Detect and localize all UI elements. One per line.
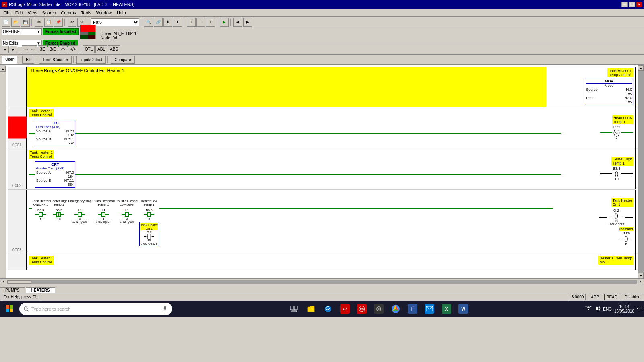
tab-heaters[interactable]: HEATERS	[26, 287, 55, 293]
app-icon: R	[2, 2, 7, 7]
restore-button[interactable]: ❐	[629, 2, 635, 7]
run-button[interactable]: ▶	[220, 18, 229, 27]
menu-tools[interactable]: Tools	[78, 10, 94, 16]
menu-window[interactable]: Window	[94, 10, 114, 16]
scroll-right-arrow[interactable]: ►	[638, 279, 644, 285]
grt-srca-row1: Source A N7:0	[36, 171, 74, 175]
menu-search[interactable]: Search	[39, 10, 58, 16]
menu-comms[interactable]: Comms	[58, 10, 78, 16]
tab-compare[interactable]: Compare	[111, 56, 134, 64]
close-button[interactable]: ✕	[636, 2, 642, 7]
language-display: ENG	[603, 307, 612, 311]
menu-edit[interactable]: Edit	[13, 10, 25, 16]
scroll-down-arrow[interactable]: ▼	[638, 273, 644, 278]
tab-pumps[interactable]: PUMPS	[0, 287, 25, 293]
network-svg-icon	[585, 306, 592, 311]
clock-display[interactable]: 16:14 16/05/2018	[614, 304, 634, 313]
horizontal-scrollbar[interactable]: ◄ ►	[0, 278, 644, 285]
zoom-in-button[interactable]: +	[187, 18, 196, 27]
coil-line-right	[621, 132, 633, 133]
nav-right-btn[interactable]: ►	[10, 46, 17, 53]
contact-no-btn[interactable]: ─┤├─	[22, 45, 37, 53]
find-button[interactable]: 🔍	[144, 18, 153, 27]
start-button[interactable]	[2, 302, 18, 316]
upload-button[interactable]: ⬆	[173, 18, 182, 27]
otl-btn[interactable]: OTL	[83, 45, 95, 53]
excel-button[interactable]: X	[438, 302, 454, 316]
position-display: 3:0000	[570, 294, 586, 300]
contact-3e-btn[interactable]: 3E	[38, 45, 47, 53]
network-icon[interactable]	[585, 306, 592, 312]
chrome-button[interactable]	[388, 302, 404, 316]
rslogix-button[interactable]: RS	[354, 302, 370, 316]
svg-point-17	[378, 308, 380, 310]
rung-0001: 0001 Tank Heater 1Temp Control LES Less …	[8, 107, 636, 148]
word-button[interactable]: W	[455, 302, 471, 316]
output2-bit: 6	[625, 242, 627, 246]
email-button[interactable]	[421, 302, 438, 316]
tab-timer-counter[interactable]: Timer/Counter	[39, 56, 72, 64]
output2-name: Indicator	[619, 227, 634, 231]
scroll-up-btn[interactable]: ▲	[0, 66, 6, 72]
banner-text: These Rungs Are ON/OFF Control For Heate…	[27, 67, 547, 107]
contact-2-name: Heater HighTemp 1	[50, 200, 68, 208]
svg-rect-24	[637, 306, 642, 311]
contact-6-name: Heater LowTemp 1	[141, 200, 157, 208]
line-mid-0002	[75, 174, 561, 175]
file-explorer-button[interactable]	[303, 302, 319, 316]
grt-srca-value: N7:0	[66, 171, 74, 175]
output-bit-0002: 10	[615, 177, 619, 181]
c1-line-r	[43, 214, 46, 215]
tab-input-output[interactable]: Input/Output	[76, 56, 106, 64]
tab-bit[interactable]: Bit	[22, 56, 34, 64]
les-srcb-row1: Source B N7:11	[36, 137, 74, 141]
abl-btn[interactable]: ABL	[95, 45, 107, 53]
les-srcb-row2: 55<	[36, 141, 74, 145]
vertical-scrollbar[interactable]: ▲ ▼	[638, 65, 644, 278]
nav-left[interactable]: ◀	[233, 18, 242, 27]
edge-browser-button[interactable]	[320, 302, 336, 316]
scroll-left-arrow[interactable]: ◄	[0, 279, 6, 285]
nav-left-btn[interactable]: ◄	[2, 46, 9, 53]
c6-line-r	[151, 214, 154, 215]
coil-symbol-0001: ( ◇ )	[613, 129, 620, 136]
app6-button[interactable]	[371, 302, 387, 316]
output-ne-btn[interactable]: </>	[68, 45, 78, 53]
add-rung-button[interactable]: +	[206, 18, 215, 27]
app4-button[interactable]: ↩	[337, 302, 353, 316]
contact-1-0003: Tank HeaterON/OFF 1 B3:3 8	[32, 200, 50, 220]
minimize-button[interactable]: ─	[621, 2, 628, 7]
contact-4-addr: I:1	[102, 208, 105, 212]
scroll-thumb-h[interactable]	[7, 280, 31, 284]
menu-help[interactable]: Help	[114, 10, 128, 16]
taskbar-search-box[interactable]: Type here to search	[19, 303, 172, 315]
rung-number-0003: 0003	[12, 248, 21, 252]
connection-dropdown[interactable]: OFFLINE ▼	[2, 28, 42, 35]
help-text: For Help, press F1	[2, 294, 39, 300]
tab-user[interactable]: User	[2, 56, 17, 64]
ladder-diagram-area[interactable]: These Rungs Are ON/OFF Control For Heate…	[6, 65, 638, 278]
scroll-up-arrow[interactable]: ▲	[638, 65, 644, 71]
download-button[interactable]: ⬇	[163, 18, 172, 27]
contact-3ne-btn[interactable]: 3/E	[48, 45, 58, 53]
output-lt-btn[interactable]: <>	[59, 45, 68, 53]
volume-icon[interactable]	[594, 306, 601, 312]
c3-line-l	[74, 214, 78, 215]
taskbar: Type here to search	[0, 301, 644, 317]
taskview-button[interactable]	[286, 302, 302, 316]
forces-installed-button[interactable]: Forces Installed	[43, 28, 79, 35]
right-rail-banner	[635, 67, 636, 107]
notification-area[interactable]	[637, 306, 642, 312]
file-manager-button[interactable]: F	[405, 302, 421, 316]
menu-view[interactable]: View	[25, 10, 40, 16]
menu-file[interactable]: File	[1, 10, 13, 16]
abs-btn[interactable]: ABS	[108, 45, 120, 53]
online-button[interactable]: 🔗	[154, 18, 163, 27]
nav-right[interactable]: ▶	[243, 18, 252, 27]
grt-srca-label: Source A	[36, 171, 51, 175]
function-dropdown[interactable]: F8:5	[91, 18, 139, 26]
zoom-out-button[interactable]: −	[196, 18, 205, 27]
les-title: LES	[36, 121, 74, 125]
rung-number-label: 0001	[8, 143, 26, 147]
microphone-icon[interactable]	[162, 306, 168, 312]
